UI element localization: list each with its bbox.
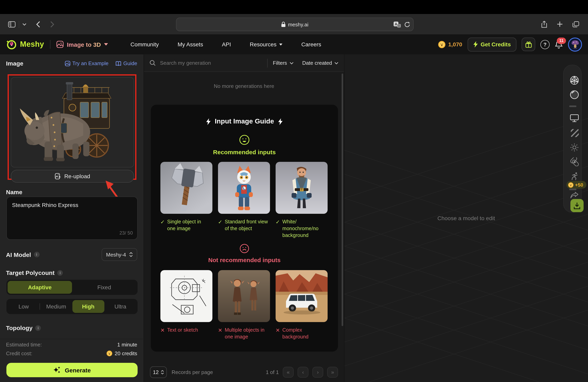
repair-icon[interactable] — [570, 157, 579, 166]
coin-icon — [106, 350, 112, 356]
mushroom-avatar-image — [571, 39, 579, 49]
credit-cost-row: Credit cost: 20 credits — [6, 350, 137, 356]
window-titlebar — [0, 0, 588, 14]
reward-coin-badge[interactable]: +50 — [566, 181, 587, 189]
image-icon — [64, 60, 70, 66]
search-icon — [150, 60, 156, 66]
divider — [569, 189, 576, 190]
empty-state-message: No more generations here — [144, 83, 344, 89]
char-counter: 23/ 50 — [119, 230, 133, 236]
divider — [569, 105, 576, 107]
ultra-option[interactable]: Ultra — [105, 300, 137, 313]
search-input[interactable] — [159, 59, 262, 66]
name-input[interactable]: Steampunk Rhino Express — [6, 197, 138, 240]
nav-careers[interactable]: Careers — [301, 41, 321, 48]
smiley-icon — [151, 135, 338, 145]
reupload-button[interactable]: Re-upload — [11, 170, 134, 183]
nav-resources[interactable]: Resources — [250, 41, 283, 48]
share-icon[interactable] — [541, 20, 547, 28]
display-icon[interactable] — [570, 114, 579, 122]
mode-select[interactable]: Image to 3D — [56, 41, 108, 48]
gift-button[interactable] — [522, 38, 535, 51]
material-sphere-icon[interactable] — [570, 90, 579, 99]
medium-option[interactable]: Medium — [40, 300, 72, 313]
nav-community[interactable]: Community — [130, 41, 159, 48]
tabs-overview-icon[interactable] — [572, 21, 579, 27]
viewport-toolbar — [563, 65, 582, 212]
generate-button[interactable]: Generate — [6, 363, 138, 377]
cross-icon: ✕ — [276, 327, 280, 341]
info-icon[interactable]: i — [34, 252, 39, 257]
help-icon[interactable]: ? — [540, 40, 550, 49]
wireframe-sphere-icon[interactable] — [570, 76, 579, 85]
gallery-toolbar: Filters Date created — [144, 54, 344, 72]
records-per-page-label: Records per page — [172, 369, 213, 375]
ai-model-select[interactable]: Meshy-4 — [102, 248, 137, 261]
stepper-icon — [129, 252, 133, 257]
info-icon[interactable]: i — [35, 325, 41, 331]
not-recommended-title: Not recommended inputs — [151, 257, 338, 263]
texture-icon[interactable] — [571, 129, 579, 137]
nav-api[interactable]: API — [222, 41, 231, 48]
scrollbar[interactable] — [342, 74, 343, 326]
fixed-option[interactable]: Fixed — [72, 281, 136, 294]
adaptive-option[interactable]: Adaptive — [8, 281, 72, 294]
translate-icon[interactable]: A文 — [394, 21, 401, 27]
divider — [19, 20, 19, 28]
image-icon — [56, 41, 63, 48]
info-icon[interactable]: i — [57, 270, 63, 275]
try-example-link[interactable]: Try an Example — [64, 60, 108, 66]
forward-icon[interactable] — [50, 21, 54, 27]
filters-dropdown[interactable]: Filters — [273, 60, 294, 66]
estimated-time-row: Estimated time: 1 minute — [6, 342, 137, 348]
uploaded-image-preview[interactable] — [11, 77, 134, 167]
guide-link[interactable]: Guide — [116, 60, 137, 66]
nav-my-assets[interactable]: My Assets — [178, 41, 203, 48]
address-bar[interactable]: meshy.ai A文 — [176, 18, 414, 31]
chevron-down-icon[interactable] — [22, 23, 26, 25]
gift-icon — [525, 41, 532, 48]
sparkles-icon — [53, 366, 61, 374]
share-arrow-icon[interactable] — [570, 192, 578, 199]
avatar[interactable] — [568, 37, 582, 51]
reload-icon[interactable] — [404, 21, 410, 27]
polycount-mode-toggle: Adaptive Fixed — [6, 280, 138, 295]
topology-label: Topology — [6, 325, 33, 331]
main-nav: Community My Assets API Resources Career… — [130, 41, 321, 48]
notification-badge: 11 — [557, 37, 566, 44]
low-option[interactable]: Low — [8, 300, 40, 313]
example-image-hammer — [160, 162, 212, 214]
svg-text:文: 文 — [398, 24, 400, 27]
light-icon[interactable] — [570, 143, 579, 152]
browser-toolbar: meshy.ai A文 — [0, 14, 588, 35]
last-page-button[interactable]: » — [327, 367, 338, 377]
divider — [0, 339, 144, 339]
sort-dropdown[interactable]: Date created — [302, 60, 338, 66]
new-tab-icon[interactable] — [557, 21, 563, 27]
divider — [267, 58, 268, 67]
first-page-button[interactable]: « — [283, 367, 294, 377]
not-recommended-caption: ✕ Text or sketch — [160, 327, 216, 334]
sidebar-toggle-icon[interactable] — [8, 21, 16, 27]
check-icon: ✓ — [218, 219, 222, 232]
meshy-mascot-icon — [6, 39, 17, 50]
notifications-button[interactable]: 11 — [555, 40, 563, 49]
recommended-caption: ✓ White/ monochrome/no background — [276, 219, 332, 239]
download-button[interactable] — [570, 199, 584, 212]
credit-balance[interactable]: 1,070 — [438, 40, 462, 48]
check-icon: ✓ — [160, 219, 165, 232]
page-status: 1 of 1 — [266, 369, 279, 375]
credit-amount: 1,070 — [448, 41, 462, 48]
screen: meshy.ai A文 — [0, 0, 588, 382]
not-recommended-caption: ✕ Complex background — [276, 327, 332, 341]
high-option[interactable]: High — [72, 300, 105, 313]
next-page-button[interactable]: › — [312, 367, 323, 377]
prev-page-button[interactable]: ‹ — [298, 367, 308, 377]
image-upload-icon — [55, 173, 61, 179]
get-credits-button[interactable]: Get Credits — [467, 37, 516, 51]
animate-icon[interactable] — [570, 172, 579, 181]
meshy-logo[interactable]: Meshy — [6, 39, 44, 50]
records-per-page-select[interactable]: 12 — [150, 366, 167, 378]
back-icon[interactable] — [36, 21, 40, 27]
model-viewport[interactable]: Choose a model to edit — [344, 54, 588, 382]
